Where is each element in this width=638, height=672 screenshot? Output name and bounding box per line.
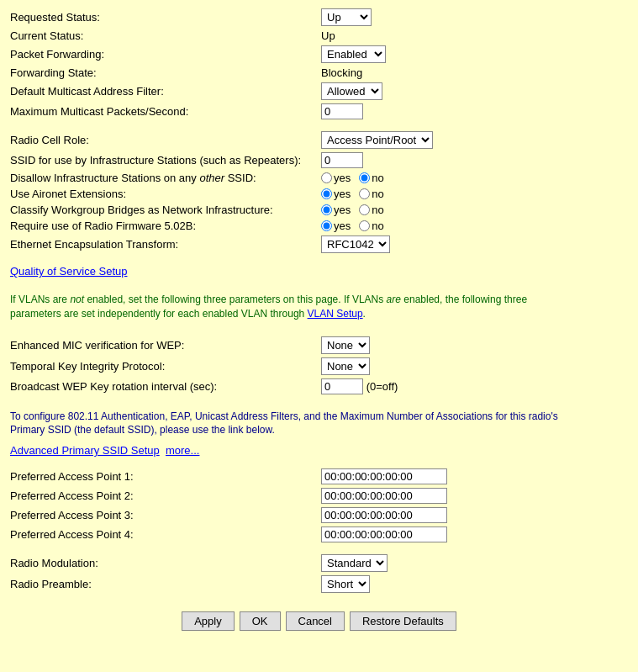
ssid-cell	[318, 151, 631, 170]
classify-no-radio[interactable]	[359, 204, 370, 215]
radio-cell-role-label: Radio Cell Role:	[7, 130, 318, 151]
use-aironet-no-radio[interactable]	[359, 188, 370, 199]
max-multicast-cell: 0	[318, 102, 631, 121]
require-radio-cell: yes no	[318, 218, 631, 234]
ssid-input[interactable]	[321, 152, 363, 168]
disallow-infra-cell: yes no	[318, 170, 631, 186]
default-multicast-select[interactable]: Allowed Blocked	[321, 82, 382, 100]
radio-preamble-cell: Short Long	[318, 574, 631, 595]
pref-ap1-label: Preferred Access Point 1:	[7, 467, 318, 486]
pref-ap1-input[interactable]	[321, 468, 447, 484]
radio-cell-role-select[interactable]: Access Point/Root Repeater Bridge	[321, 131, 433, 149]
packet-forwarding-select[interactable]: Enabled Disabled	[321, 45, 386, 63]
requested-status-cell: Up Down	[318, 7, 631, 28]
temporal-key-cell: None TKIP	[318, 356, 631, 377]
eth-encap-label: Ethernet Encapsulation Transform:	[7, 234, 318, 255]
not-italic: not	[70, 294, 84, 305]
vlan-info-text: If VLANs are not enabled, set the follow…	[7, 288, 631, 326]
pref-ap1-cell	[318, 467, 631, 486]
radio-cell-role-cell: Access Point/Root Repeater Bridge	[318, 130, 631, 151]
pref-ap2-input[interactable]	[321, 488, 447, 504]
pref-ap3-cell	[318, 505, 631, 525]
require-yes-radio[interactable]	[321, 220, 332, 231]
eth-encap-select[interactable]: RFC1042 802.1H	[321, 235, 390, 253]
forwarding-state-label: Forwarding State:	[7, 65, 318, 81]
requested-status-select[interactable]: Up Down	[321, 8, 372, 26]
requested-status-label: Requested Status:	[7, 7, 318, 28]
pref-ap3-input[interactable]	[321, 507, 447, 523]
use-aironet-no-label[interactable]: no	[359, 188, 383, 200]
temporal-key-select[interactable]: None TKIP	[321, 357, 370, 375]
current-status-value: Up	[318, 28, 631, 44]
radio-preamble-label: Radio Preamble:	[7, 574, 318, 595]
radio-modulation-label: Radio Modulation:	[7, 553, 318, 574]
broadcast-wep-input[interactable]	[321, 378, 363, 394]
disallow-infra-no-radio[interactable]	[359, 172, 370, 183]
broadcast-wep-suffix: (0=off)	[366, 380, 398, 393]
radio-preamble-select[interactable]: Short Long	[321, 575, 370, 593]
use-aironet-yes-label[interactable]: yes	[321, 188, 351, 200]
quality-service-link[interactable]: Quality of Service Setup	[10, 265, 127, 278]
apply-button[interactable]: Apply	[182, 611, 235, 631]
enhanced-mic-cell: None CKIP	[318, 335, 631, 356]
disallow-infra-yes-radio[interactable]	[321, 172, 332, 183]
enhanced-mic-label: Enhanced MIC verification for WEP:	[7, 335, 318, 356]
use-aironet-yes-radio[interactable]	[321, 188, 332, 199]
classify-yes-radio[interactable]	[321, 204, 332, 215]
current-status-label: Current Status:	[7, 28, 318, 44]
ssid-info-text: To configure 802.11 Authentication, EAP,…	[7, 405, 631, 443]
broadcast-wep-label: Broadcast WEP Key rotation interval (sec…	[7, 377, 318, 396]
forwarding-state-value: Blocking	[318, 65, 631, 81]
pref-ap4-cell	[318, 525, 631, 544]
are-italic: are	[387, 294, 401, 305]
pref-ap2-label: Preferred Access Point 2:	[7, 486, 318, 505]
more-link[interactable]: more...	[166, 444, 199, 457]
require-radio-label: Require use of Radio Firmware 5.02B:	[7, 218, 318, 234]
use-aironet-cell: yes no	[318, 186, 631, 202]
restore-defaults-button[interactable]: Restore Defaults	[350, 611, 456, 631]
quality-service-cell: Quality of Service Setup	[7, 263, 631, 279]
classify-yes-label[interactable]: yes	[321, 204, 351, 216]
enhanced-mic-select[interactable]: None CKIP	[321, 336, 370, 354]
default-multicast-cell: Allowed Blocked	[318, 81, 631, 102]
pref-ap3-label: Preferred Access Point 3:	[7, 505, 318, 525]
require-yes-label[interactable]: yes	[321, 220, 351, 232]
disallow-infra-yes-label[interactable]: yes	[321, 172, 351, 184]
require-no-label[interactable]: no	[359, 220, 383, 232]
use-aironet-label: Use Aironet Extensions:	[7, 186, 318, 202]
vlan-setup-link[interactable]: VLAN Setup	[308, 308, 363, 320]
disallow-infra-label: Disallow Infrastructure Stations on any …	[7, 170, 318, 186]
require-no-radio[interactable]	[359, 220, 370, 231]
broadcast-wep-cell: (0=off)	[318, 377, 631, 396]
default-multicast-label: Default Multicast Address Filter:	[7, 81, 318, 102]
advanced-ssid-link[interactable]: Advanced Primary SSID Setup	[10, 444, 160, 457]
ok-button[interactable]: OK	[240, 611, 281, 631]
max-multicast-input[interactable]: 0	[321, 103, 363, 119]
classify-no-label[interactable]: no	[359, 204, 383, 216]
eth-encap-cell: RFC1042 802.1H	[318, 234, 631, 255]
disallow-infra-italic: other	[199, 172, 224, 184]
pref-ap4-label: Preferred Access Point 4:	[7, 525, 318, 544]
radio-modulation-select[interactable]: Standard MOK	[321, 554, 388, 572]
packet-forwarding-cell: Enabled Disabled	[318, 44, 631, 65]
max-multicast-label: Maximum Multicast Packets/Second:	[7, 102, 318, 121]
disallow-infra-no-label[interactable]: no	[359, 172, 383, 184]
ssid-label: SSID for use by Infrastructure Stations …	[7, 151, 318, 170]
pref-ap4-input[interactable]	[321, 526, 447, 542]
bottom-buttons-row: Apply OK Cancel Restore Defaults	[7, 603, 631, 639]
classify-workgroup-label: Classify Workgroup Bridges as Network In…	[7, 202, 318, 218]
advanced-ssid-cell: Advanced Primary SSID Setup more...	[7, 442, 631, 458]
radio-modulation-cell: Standard MOK	[318, 553, 631, 574]
classify-workgroup-cell: yes no	[318, 202, 631, 218]
pref-ap2-cell	[318, 486, 631, 505]
temporal-key-label: Temporal Key Integrity Protocol:	[7, 356, 318, 377]
packet-forwarding-label: Packet Forwarding:	[7, 44, 318, 65]
cancel-button[interactable]: Cancel	[286, 611, 345, 631]
